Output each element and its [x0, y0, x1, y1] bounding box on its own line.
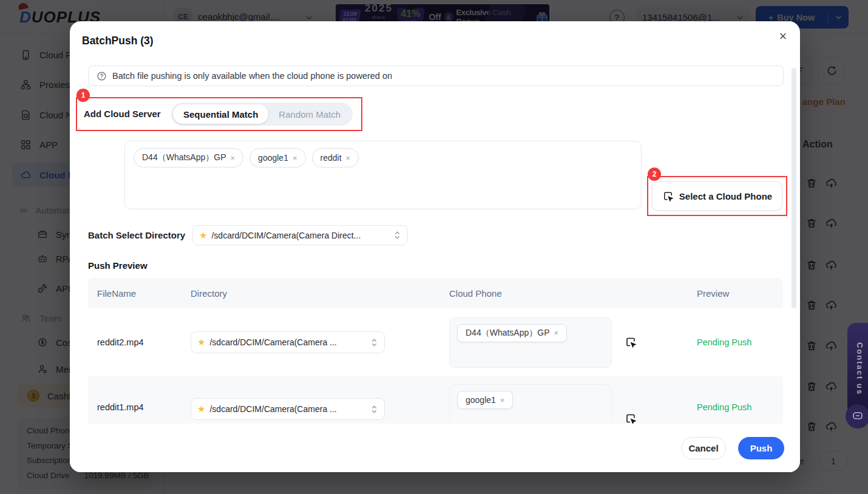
star-icon: ★	[197, 404, 205, 414]
remove-tag-icon[interactable]: ×	[293, 154, 297, 163]
selected-phones-box[interactable]: D44（WhatsApp）GP× google1× reddit×	[124, 141, 642, 209]
push-preview-label: Push Preview	[88, 260, 147, 271]
select-updown-icon	[370, 338, 378, 347]
push-button[interactable]: Push	[738, 437, 784, 459]
phone-tag[interactable]: D44（WhatsApp）GP×	[457, 324, 567, 342]
select-cursor-icon[interactable]	[625, 413, 637, 425]
row-phone-box[interactable]: D44（WhatsApp）GP×	[449, 317, 612, 368]
select-updown-icon	[393, 231, 401, 240]
batch-select-directory-label: Batch Select Directory	[88, 230, 185, 240]
modal-title: BatchPush (3)	[82, 35, 154, 47]
row-directory-select[interactable]: ★ /sdcard/DCIM/Camera(Camera ...	[191, 331, 385, 353]
close-icon[interactable]: ×	[773, 26, 793, 47]
star-icon: ★	[199, 230, 207, 241]
header-filename: FileName	[88, 288, 188, 299]
header-directory: Directory	[188, 288, 449, 299]
star-icon: ★	[197, 337, 205, 348]
cancel-button[interactable]: Cancel	[681, 437, 726, 459]
row-directory-select[interactable]: ★ /sdcard/DCIM/Camera(Camera ...	[191, 398, 385, 420]
batch-push-modal: × BatchPush (3) Batch file pushing is on…	[70, 21, 800, 472]
phone-tag[interactable]: D44（WhatsApp）GP×	[134, 148, 243, 167]
cell-directory: ★ /sdcard/DCIM/Camera(Camera ...	[188, 384, 449, 420]
phone-tag[interactable]: google1×	[249, 148, 305, 167]
modal-scrollbar[interactable]	[792, 68, 796, 308]
cell-cloud-phone: D44（WhatsApp）GP×	[449, 317, 697, 368]
modal-footer: Cancel Push	[70, 424, 800, 472]
notice-text: Batch file pushing is only available whe…	[112, 71, 392, 81]
screen: DUOPLUS CE ceaokbhjc@gmail.... 11/2801/0…	[0, 0, 868, 494]
cell-filename: reddit2.mp4	[88, 337, 188, 347]
question-circle-icon	[97, 71, 107, 81]
remove-tag-icon[interactable]: ×	[500, 396, 505, 405]
annotation-box-2	[647, 176, 787, 216]
remove-tag-icon[interactable]: ×	[554, 328, 559, 337]
table-header: FileName Directory Cloud Phone Preview	[88, 278, 783, 308]
select-updown-icon	[370, 405, 378, 414]
status-pending-push[interactable]: Pending Push	[697, 402, 751, 412]
cell-preview: Pending Push	[697, 337, 783, 347]
cell-preview: Pending Push	[697, 384, 783, 412]
cell-directory: ★ /sdcard/DCIM/Camera(Camera ...	[188, 331, 449, 353]
annotation-badge-1: 1	[76, 89, 90, 102]
status-pending-push[interactable]: Pending Push	[697, 337, 751, 347]
batch-directory-select[interactable]: ★ /sdcard/DCIM/Camera(Camera Direct...	[192, 225, 408, 245]
remove-tag-icon[interactable]: ×	[346, 154, 351, 163]
table-row: reddit2.mp4 ★ /sdcard/DCIM/Camera(Camera…	[88, 308, 783, 376]
header-cloud-phone: Cloud Phone	[449, 288, 697, 299]
annotation-box-1	[76, 97, 362, 131]
select-cursor-icon[interactable]	[625, 336, 637, 348]
phone-tag[interactable]: reddit×	[312, 148, 359, 167]
notice-banner: Batch file pushing is only available whe…	[88, 66, 784, 86]
contact-us-tab[interactable]: Contact us	[847, 323, 868, 415]
header-preview: Preview	[697, 288, 783, 299]
chat-bubble-icon[interactable]	[846, 404, 868, 428]
cell-filename: reddit1.mp4	[88, 384, 188, 412]
phone-tag[interactable]: google1×	[457, 391, 513, 409]
annotation-badge-2: 2	[648, 167, 661, 181]
remove-tag-icon[interactable]: ×	[231, 154, 236, 163]
